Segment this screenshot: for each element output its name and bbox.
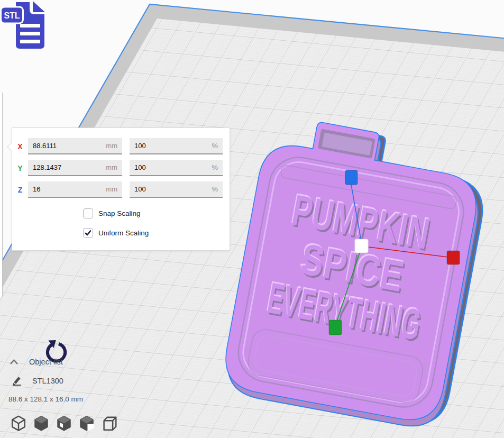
y-size-value: 128.1437 — [33, 163, 61, 171]
mm-unit-label: mm — [106, 163, 117, 171]
document-line — [20, 24, 40, 28]
mesh-type-toolbar — [10, 414, 118, 432]
left-toolbar-edge — [0, 93, 3, 298]
anti-overhang-mesh-icon[interactable] — [100, 414, 118, 432]
snap-scaling-checkbox[interactable] — [83, 208, 93, 218]
percent-unit-label: % — [212, 185, 218, 193]
z-size-value: 16 — [33, 185, 40, 193]
uniform-scaling-label: Uniform Scaling — [98, 229, 149, 237]
z-scale-handle[interactable] — [345, 170, 358, 185]
z-axis-label: Z — [12, 186, 28, 194]
y-scale-handle[interactable] — [329, 320, 342, 335]
stl-badge-label: STL — [4, 11, 20, 20]
uniform-scaling-checkbox[interactable] — [83, 228, 93, 238]
object-name: STL1300 — [32, 377, 63, 385]
x-axis-label: X — [12, 142, 28, 151]
document-fold-corner — [33, 1, 45, 12]
chevron-up-icon — [10, 359, 19, 365]
uniform-scaling-checkbox-row[interactable]: Uniform Scaling — [83, 228, 149, 238]
x-scale-handle[interactable] — [447, 251, 460, 264]
object-list-item[interactable]: STL1300 — [12, 376, 63, 386]
z-percent-value: 100 — [134, 185, 146, 193]
snap-scaling-checkbox-row[interactable]: Snap Scaling — [83, 208, 141, 218]
mm-unit-label: mm — [106, 142, 117, 150]
model-dimensions-readout: 88.6 x 128.1 x 16.0 mm — [8, 395, 83, 403]
snap-scaling-label: Snap Scaling — [98, 209, 141, 217]
z-percent-input[interactable]: 100 % — [130, 181, 223, 198]
percent-unit-label: % — [212, 163, 218, 171]
y-percent-value: 100 — [134, 163, 146, 171]
document-line — [20, 32, 40, 35]
checkmark-icon — [85, 230, 91, 236]
solid-mesh-icon[interactable] — [32, 414, 50, 432]
stl-file-icon: STL — [0, 0, 49, 53]
document-line — [20, 40, 40, 43]
x-size-value: 88.6111 — [33, 142, 57, 150]
y-percent-input[interactable]: 100 % — [130, 160, 223, 176]
object-list-header[interactable]: Object list — [10, 358, 63, 366]
percent-unit-label: % — [212, 142, 218, 150]
y-size-input[interactable]: 128.1437 mm — [28, 160, 122, 176]
object-list-title: Object list — [29, 358, 63, 366]
mm-unit-label: mm — [106, 185, 117, 193]
x-percent-value: 100 — [134, 142, 146, 150]
scale-tool-panel: X 88.6111 mm 100 % Y 128.1437 mm 100 % Z — [12, 127, 230, 251]
y-axis-label: Y — [12, 164, 28, 172]
cura-window: PUMPKIN PUMPKIN PUMPKIN SPICE SPICE SPIC… — [0, 0, 504, 438]
x-percent-input[interactable]: 100 % — [130, 138, 223, 154]
pencil-edit-icon — [12, 376, 23, 386]
cutting-mesh-icon[interactable] — [78, 414, 96, 432]
x-size-input[interactable]: 88.6111 mm — [28, 138, 122, 154]
center-scale-handle[interactable] — [355, 239, 368, 253]
infill-mesh-icon[interactable] — [55, 414, 73, 432]
z-size-input[interactable]: 16 mm — [28, 181, 122, 198]
normal-mesh-icon[interactable] — [10, 414, 28, 432]
